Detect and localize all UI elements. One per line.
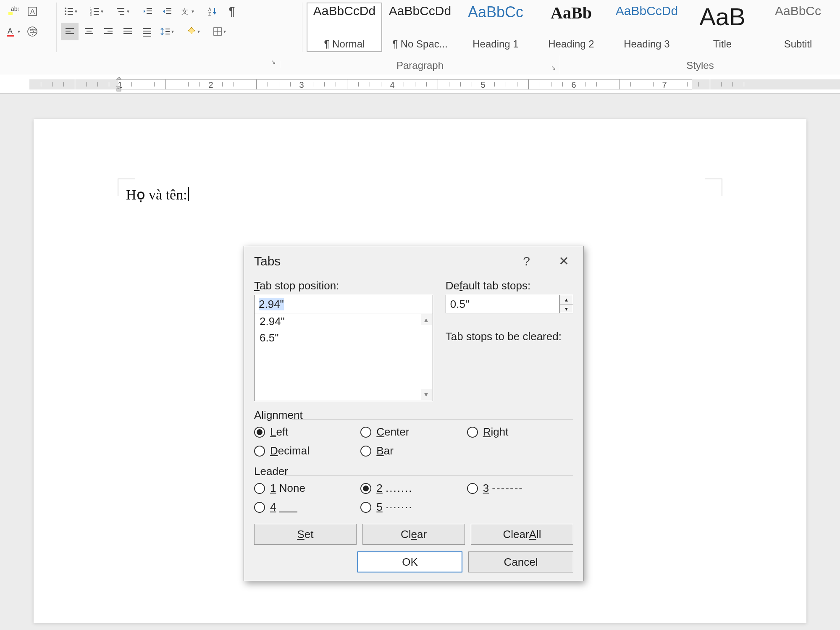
ribbon: abc A A▾ 字 — [0, 0, 840, 75]
dialog-titlebar[interactable]: Tabs ? ✕ — [244, 246, 583, 278]
svg-rect-49 — [165, 31, 170, 32]
svg-rect-46 — [143, 33, 151, 34]
svg-rect-43 — [123, 33, 132, 34]
svg-text:A: A — [30, 8, 35, 15]
svg-rect-21 — [118, 11, 124, 12]
alignment-decimal-radio[interactable]: Decimal — [254, 444, 360, 457]
paragraph-dialog-launcher-icon[interactable]: ↘ — [550, 64, 557, 71]
svg-marker-54 — [116, 77, 121, 79]
spinner-down-icon[interactable]: ▾ — [560, 304, 573, 313]
svg-rect-45 — [143, 31, 151, 32]
paragraph-group-label: Paragraph↘ — [280, 55, 560, 74]
svg-rect-34 — [66, 33, 74, 34]
asian-layout-icon[interactable]: 文▾ — [178, 3, 202, 20]
styles-gallery[interactable]: AaBbCcDd¶ NormalAaBbCcDd¶ No Spac...AaBb… — [307, 3, 836, 52]
clear-format-icon[interactable]: abc — [4, 3, 22, 20]
leader-3-dashes-radio[interactable]: 3 ------- — [467, 482, 573, 495]
decrease-indent-icon[interactable] — [139, 3, 157, 20]
svg-text:字: 字 — [30, 28, 36, 35]
alignment-right-radio[interactable]: Right — [467, 425, 573, 438]
enclose-characters-icon[interactable]: 字 — [24, 23, 41, 40]
svg-rect-38 — [104, 28, 113, 29]
styles-group-label: Styles — [560, 55, 840, 74]
svg-rect-33 — [66, 31, 71, 32]
style-item--normal[interactable]: AaBbCcDd¶ Normal — [307, 3, 382, 52]
font-dialog-launcher-icon[interactable]: ↘ — [270, 58, 277, 66]
justify-icon[interactable] — [119, 23, 136, 40]
document-area: Họ và tên: Tabs ? ✕ Tab stop position: 2… — [0, 94, 840, 630]
leader-1-none-radio[interactable]: 1 None — [254, 482, 360, 495]
increase-indent-icon[interactable] — [158, 3, 176, 20]
leader-2-dots-radio[interactable]: 2 ....... — [360, 482, 467, 495]
scroll-down-icon[interactable]: ▾ — [421, 389, 432, 400]
svg-rect-25 — [147, 13, 152, 14]
spinner-up-icon[interactable]: ▴ — [560, 295, 573, 304]
clear-button[interactable]: Clear — [362, 524, 465, 545]
align-center-icon[interactable] — [80, 23, 98, 40]
cancel-button[interactable]: Cancel — [468, 551, 573, 572]
svg-text:A: A — [8, 27, 13, 35]
shading-icon[interactable]: ▾ — [184, 23, 208, 40]
svg-rect-9 — [68, 8, 73, 9]
svg-rect-24 — [147, 10, 152, 11]
svg-point-12 — [65, 13, 66, 15]
alignment-left-radio[interactable]: Left — [254, 425, 360, 438]
tab-stop-position-input[interactable]: 2.94" — [254, 295, 433, 313]
tab-stop-list-item[interactable]: 2.94" — [255, 313, 433, 330]
svg-text:文: 文 — [181, 8, 188, 15]
svg-rect-35 — [85, 28, 93, 29]
svg-rect-11 — [68, 11, 73, 12]
default-tab-stops-input[interactable]: 0.5" — [446, 295, 560, 313]
svg-text:A: A — [208, 7, 211, 12]
style-item-heading-1[interactable]: AaBbCcHeading 1 — [458, 3, 533, 52]
svg-rect-15 — [94, 8, 99, 9]
style-item--no-spac-[interactable]: AaBbCcDd¶ No Spac... — [382, 3, 458, 52]
horizontal-ruler[interactable]: 1234567 — [0, 75, 840, 94]
ok-button[interactable]: OK — [357, 551, 462, 572]
alignment-bar-radio[interactable]: Bar — [360, 444, 467, 457]
leader-5-middots-radio[interactable]: 5 ······· — [360, 501, 467, 514]
svg-rect-48 — [165, 29, 170, 29]
svg-rect-47 — [143, 36, 151, 37]
distributed-icon[interactable] — [138, 23, 156, 40]
character-border-icon[interactable]: A — [24, 3, 41, 20]
svg-rect-19 — [94, 14, 99, 15]
svg-rect-22 — [120, 14, 124, 15]
numbering-icon[interactable]: 123▾ — [87, 3, 111, 20]
sort-icon[interactable]: AZ — [204, 3, 221, 20]
text-cursor — [188, 187, 189, 201]
help-icon[interactable]: ? — [517, 252, 536, 271]
dialog-title: Tabs — [254, 254, 281, 268]
bullets-icon[interactable]: ▾ — [61, 3, 85, 20]
scroll-up-icon[interactable]: ▴ — [421, 314, 432, 325]
tab-stop-list[interactable]: ▴ 2.94"6.5"▾ — [254, 313, 433, 401]
svg-rect-41 — [123, 28, 132, 29]
svg-rect-0 — [8, 12, 13, 15]
line-spacing-icon[interactable]: ▾ — [158, 23, 182, 40]
borders-icon[interactable]: ▾ — [210, 23, 234, 40]
style-item-heading-3[interactable]: AaBbCcDdHeading 3 — [609, 3, 685, 52]
indent-marker[interactable] — [116, 77, 122, 92]
svg-rect-23 — [147, 8, 152, 9]
multilevel-list-icon[interactable]: ▾ — [113, 3, 137, 20]
alignment-label: Alignment — [254, 409, 573, 422]
style-item-heading-2[interactable]: AaBbHeading 2 — [533, 3, 609, 52]
font-color-icon[interactable]: A▾ — [4, 23, 22, 40]
show-paragraph-marks-icon[interactable]: ¶ — [223, 3, 241, 20]
svg-text:Z: Z — [208, 12, 211, 16]
svg-rect-39 — [108, 31, 113, 32]
style-item-subtitl[interactable]: AaBbCcSubtitl — [760, 3, 836, 52]
style-item-title[interactable]: AaBTitle — [685, 3, 760, 52]
set-button[interactable]: Set — [254, 524, 357, 545]
svg-text:3: 3 — [90, 13, 92, 16]
tab-stop-list-item[interactable]: 6.5" — [255, 330, 433, 346]
close-icon[interactable]: ✕ — [553, 251, 575, 271]
alignment-center-radio[interactable]: Center — [360, 425, 467, 438]
leader-4-underline-radio[interactable]: 4 — [254, 501, 360, 514]
tabs-dialog: Tabs ? ✕ Tab stop position: 2.94" ▴ 2.94… — [244, 246, 584, 581]
clear-all-button[interactable]: Clear All — [471, 524, 573, 545]
svg-rect-42 — [123, 31, 132, 32]
align-left-icon[interactable] — [61, 23, 79, 40]
align-right-icon[interactable] — [100, 23, 117, 40]
svg-rect-26 — [166, 8, 171, 9]
